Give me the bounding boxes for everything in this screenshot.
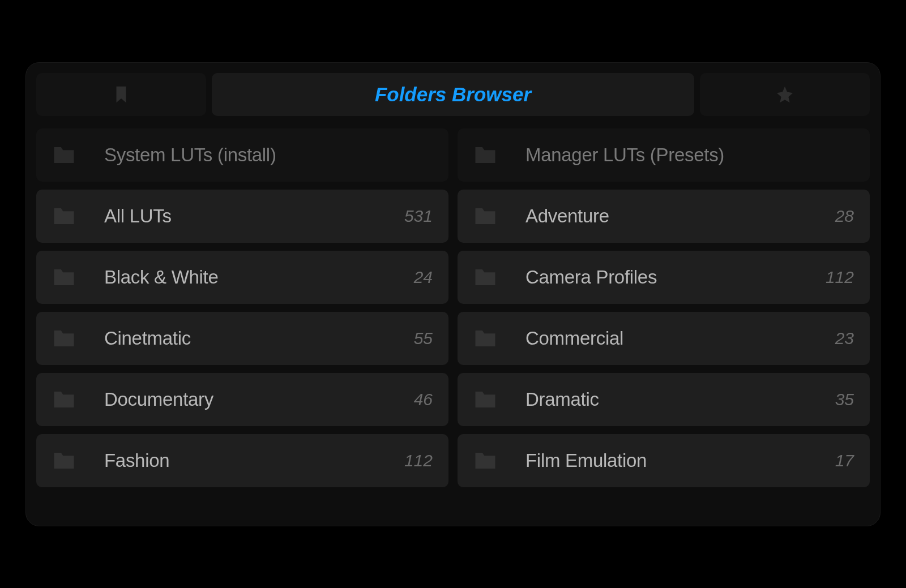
folder-count: 28 [835, 207, 854, 226]
folder-label: Fashion [104, 450, 404, 471]
folder-label: All LUTs [104, 205, 404, 227]
folder-label: Dramatic [525, 389, 835, 410]
folders-browser-window: Folders Browser System LUTs (install) Ma… [25, 62, 881, 526]
folder-dramatic[interactable]: Dramatic 35 [458, 373, 870, 426]
folder-icon [52, 145, 76, 165]
folder-label: Film Emulation [525, 450, 835, 471]
folder-documentary[interactable]: Documentary 46 [36, 373, 448, 426]
tab-favorites[interactable] [700, 73, 870, 116]
folder-icon [52, 206, 76, 226]
folder-label: Camera Profiles [525, 267, 826, 288]
bookmark-icon [112, 85, 131, 104]
folder-icon [473, 145, 497, 165]
tab-bookmarks[interactable] [36, 73, 206, 116]
folder-count: 55 [414, 329, 433, 348]
folder-count: 17 [835, 451, 854, 470]
folder-icon [473, 389, 497, 410]
folder-commercial[interactable]: Commercial 23 [458, 312, 870, 365]
folder-count: 531 [404, 207, 433, 226]
star-icon [775, 85, 794, 104]
folder-label: Black & White [104, 267, 414, 288]
folder-count: 112 [404, 451, 433, 470]
folder-fashion[interactable]: Fashion 112 [36, 434, 448, 487]
folder-icon [473, 328, 497, 349]
folder-label: Adventure [525, 205, 835, 227]
folder-icon [473, 206, 497, 226]
folder-label: Documentary [104, 389, 414, 410]
folder-icon [52, 328, 76, 349]
tab-bar: Folders Browser [36, 73, 870, 116]
folder-header-label: System LUTs (install) [104, 144, 433, 166]
folder-count: 23 [835, 329, 854, 348]
folder-label: Cinetmatic [104, 328, 414, 349]
folder-all-luts[interactable]: All LUTs 531 [36, 190, 448, 243]
folder-count: 46 [414, 390, 433, 409]
tab-folders-browser[interactable]: Folders Browser [212, 73, 694, 116]
folder-count: 112 [826, 268, 854, 287]
folder-adventure[interactable]: Adventure 28 [458, 190, 870, 243]
folder-camera-profiles[interactable]: Camera Profiles 112 [458, 251, 870, 304]
folder-film-emulation[interactable]: Film Emulation 17 [458, 434, 870, 487]
folder-cinetmatic[interactable]: Cinetmatic 55 [36, 312, 448, 365]
folder-header-label: Manager LUTs (Presets) [525, 144, 854, 166]
folders-grid: System LUTs (install) Manager LUTs (Pres… [36, 128, 870, 487]
bottom-spacer [36, 487, 870, 516]
folder-manager-luts-header[interactable]: Manager LUTs (Presets) [458, 128, 870, 182]
folder-count: 24 [414, 268, 433, 287]
folder-icon [52, 389, 76, 410]
tab-folders-browser-label: Folders Browser [375, 83, 531, 106]
folder-icon [473, 450, 497, 471]
folder-count: 35 [835, 390, 854, 409]
folder-black-white[interactable]: Black & White 24 [36, 251, 448, 304]
folder-label: Commercial [525, 328, 835, 349]
folder-icon [52, 450, 76, 471]
folder-icon [52, 267, 76, 287]
folder-icon [473, 267, 497, 287]
folder-system-luts-header[interactable]: System LUTs (install) [36, 128, 448, 182]
